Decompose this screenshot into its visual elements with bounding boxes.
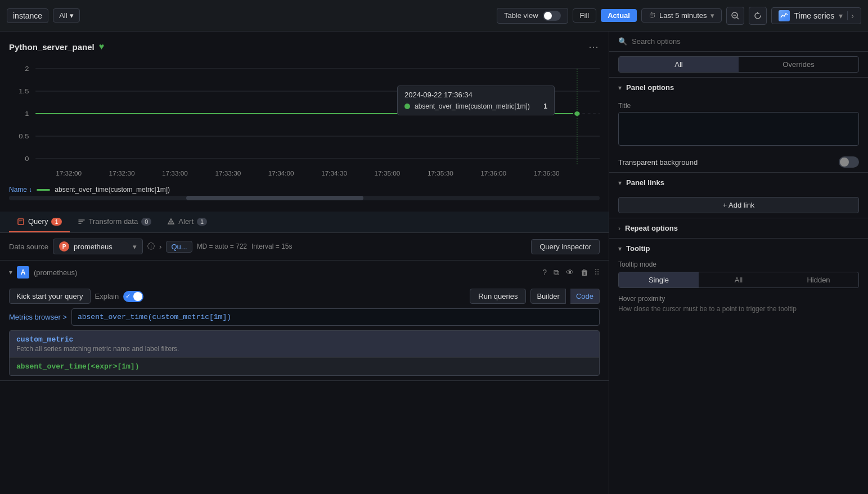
alert-icon bbox=[167, 218, 175, 226]
fill-button[interactable]: Fill bbox=[573, 8, 597, 23]
repeat-options-section[interactable]: › Repeat options bbox=[609, 218, 868, 238]
chart-scrollbar[interactable] bbox=[9, 196, 600, 200]
panel-type-icon bbox=[779, 10, 790, 21]
expand-arrow-icon[interactable]: › bbox=[159, 242, 161, 251]
autocomplete-item-2[interactable]: absent_over_time(<expr>[1m]) bbox=[10, 358, 599, 375]
autocomplete-desc-1: Fetch all series matching metric name an… bbox=[16, 345, 592, 353]
metrics-input-row: Metrics browser > bbox=[0, 308, 609, 330]
panel-links-chevron: ▾ bbox=[618, 179, 622, 187]
chart-menu-button[interactable]: ⋯ bbox=[588, 41, 600, 53]
panel-type-button[interactable]: Time series ▾ › bbox=[771, 7, 862, 24]
autocomplete-expr-2: absent_over_time(<expr>[1m]) bbox=[16, 362, 592, 371]
panel-options-header[interactable]: ▾ Panel options bbox=[609, 78, 868, 97]
add-link-button[interactable]: + Add link bbox=[618, 197, 859, 213]
instance-badge: instance bbox=[7, 8, 48, 23]
svg-line-1 bbox=[736, 17, 739, 19]
svg-point-29 bbox=[171, 223, 172, 223]
tab-all[interactable]: All bbox=[619, 57, 739, 72]
zoom-out-button[interactable] bbox=[726, 7, 744, 25]
all-dropdown[interactable]: All ▾ bbox=[53, 8, 79, 23]
table-view-toggle: Table view bbox=[497, 8, 568, 24]
run-queries-button[interactable]: Run queries bbox=[470, 289, 526, 304]
chart-svg: 2 1.5 1 0.5 0 17:32:00 17:32:30 17:33:00… bbox=[9, 57, 600, 181]
main-layout: Python_server_panel ♥ ⋯ 2 1.5 1 bbox=[0, 32, 868, 494]
tab-overrides[interactable]: Overrides bbox=[739, 57, 858, 72]
drag-handle-icon[interactable]: ⠿ bbox=[594, 268, 600, 277]
svg-text:17:32:00: 17:32:00 bbox=[56, 170, 82, 177]
query-controls: Kick start your query Explain ✓ Run quer… bbox=[0, 284, 609, 308]
eye-icon[interactable]: 👁 bbox=[565, 267, 575, 278]
legend-line-color bbox=[37, 189, 50, 191]
tooltip-dot bbox=[404, 104, 410, 109]
title-textarea[interactable] bbox=[618, 112, 859, 146]
panel-options-section: ▾ Panel options Title Transparent backgr… bbox=[609, 77, 868, 172]
builder-button[interactable]: Builder bbox=[530, 289, 565, 304]
transparent-bg-toggle[interactable] bbox=[839, 156, 859, 168]
datasource-info-icon[interactable]: ⓘ bbox=[147, 241, 155, 252]
svg-text:17:36:30: 17:36:30 bbox=[534, 170, 560, 177]
explain-toggle[interactable]: ✓ bbox=[123, 291, 143, 302]
table-view-switch[interactable] bbox=[543, 11, 561, 21]
tooltip-mode-buttons: Single All Hidden bbox=[618, 272, 859, 288]
datasource-select[interactable]: P prometheus ▾ bbox=[53, 239, 143, 254]
legend-sort[interactable]: Name ↓ bbox=[9, 186, 32, 194]
panel-links-header[interactable]: ▾ Panel links bbox=[609, 173, 868, 192]
query-section-a: ▾ A (prometheus) ? ⧉ 👁 🗑 ⠿ Kick start yo… bbox=[0, 261, 609, 381]
svg-text:17:32:30: 17:32:30 bbox=[109, 170, 135, 177]
repeat-options-chevron: › bbox=[618, 224, 620, 232]
qu-badge[interactable]: Qu... bbox=[166, 241, 192, 253]
time-range-picker[interactable]: ⏱ Last 5 minutes ▾ bbox=[641, 8, 722, 23]
query-tabs: Query 1 Transform data 0 Alert 1 bbox=[0, 212, 609, 233]
alert-count-badge: 1 bbox=[197, 218, 207, 226]
hover-proximity-label: Hover proximity bbox=[618, 295, 859, 303]
transparent-bg-label: Transparent background bbox=[618, 158, 698, 167]
collapse-arrow-icon[interactable]: ▾ bbox=[9, 268, 12, 276]
transform-count-badge: 0 bbox=[141, 218, 151, 226]
svg-text:17:34:30: 17:34:30 bbox=[321, 170, 347, 177]
query-letter-a: A bbox=[17, 266, 29, 279]
svg-text:17:36:00: 17:36:00 bbox=[480, 170, 506, 177]
autocomplete-metric-1: custom_metric bbox=[16, 335, 592, 344]
tooltip-mode-hidden[interactable]: Hidden bbox=[779, 272, 858, 288]
chart-scrollbar-thumb[interactable] bbox=[186, 196, 363, 200]
title-field-wrap: Title bbox=[609, 97, 868, 152]
tooltip-mode-all[interactable]: All bbox=[699, 272, 779, 288]
top-bar: instance All ▾ Table view Fill Actual ⏱ … bbox=[0, 0, 868, 32]
autocomplete-list: custom_metric Fetch all series matching … bbox=[9, 330, 600, 376]
svg-text:17:34:00: 17:34:00 bbox=[268, 170, 294, 177]
autocomplete-item-1[interactable]: custom_metric Fetch all series matching … bbox=[10, 331, 599, 358]
query-inspector-button[interactable]: Query inspector bbox=[531, 239, 600, 254]
left-panel: Python_server_panel ♥ ⋯ 2 1.5 1 bbox=[0, 32, 609, 494]
interval-info: Interval = 15s bbox=[251, 242, 292, 250]
tooltip-mode-single[interactable]: Single bbox=[619, 272, 699, 288]
tooltip-title: Tooltip bbox=[626, 244, 650, 253]
panel-links-title: Panel links bbox=[626, 178, 664, 187]
metrics-browser-link[interactable]: Metrics browser > bbox=[9, 313, 67, 321]
chart-tooltip: 2024-09-22 17:36:34 absent_over_time(cus… bbox=[397, 86, 555, 115]
svg-text:2: 2 bbox=[25, 65, 29, 73]
tooltip-mode-row: Tooltip mode Single All Hidden bbox=[609, 258, 868, 293]
svg-text:1: 1 bbox=[25, 110, 29, 118]
delete-icon[interactable]: 🗑 bbox=[579, 267, 590, 278]
refresh-button[interactable] bbox=[749, 7, 767, 25]
help-icon[interactable]: ? bbox=[541, 267, 548, 278]
query-body: ▾ A (prometheus) ? ⧉ 👁 🗑 ⠿ Kick start yo… bbox=[0, 261, 609, 494]
tab-transform[interactable]: Transform data 0 bbox=[70, 212, 160, 232]
search-options-input[interactable] bbox=[632, 37, 859, 46]
metrics-input[interactable] bbox=[71, 308, 600, 326]
md-info: MD = auto = 722 bbox=[197, 242, 247, 250]
tab-query[interactable]: Query 1 bbox=[9, 212, 70, 232]
tooltip-row: absent_over_time(custom_metric[1m]) 1 bbox=[404, 102, 547, 110]
query-section-header: ▾ A (prometheus) ? ⧉ 👁 🗑 ⠿ bbox=[0, 261, 609, 284]
tooltip-section-header[interactable]: ▾ Tooltip bbox=[609, 239, 868, 258]
legend-series-label: absent_over_time(custom_metric[1m]) bbox=[55, 186, 170, 194]
hover-proximity-row: Hover proximity How close the cursor mus… bbox=[609, 293, 868, 317]
right-panel: 🔍 All Overrides ▾ Panel options Title Tr… bbox=[609, 32, 868, 494]
transform-icon bbox=[78, 218, 86, 226]
kick-start-button[interactable]: Kick start your query bbox=[9, 289, 91, 304]
copy-icon[interactable]: ⧉ bbox=[552, 267, 560, 279]
actual-button[interactable]: Actual bbox=[601, 9, 637, 22]
svg-text:17:33:00: 17:33:00 bbox=[162, 170, 188, 177]
tab-alert[interactable]: Alert 1 bbox=[159, 212, 215, 232]
code-button[interactable]: Code bbox=[570, 289, 600, 304]
